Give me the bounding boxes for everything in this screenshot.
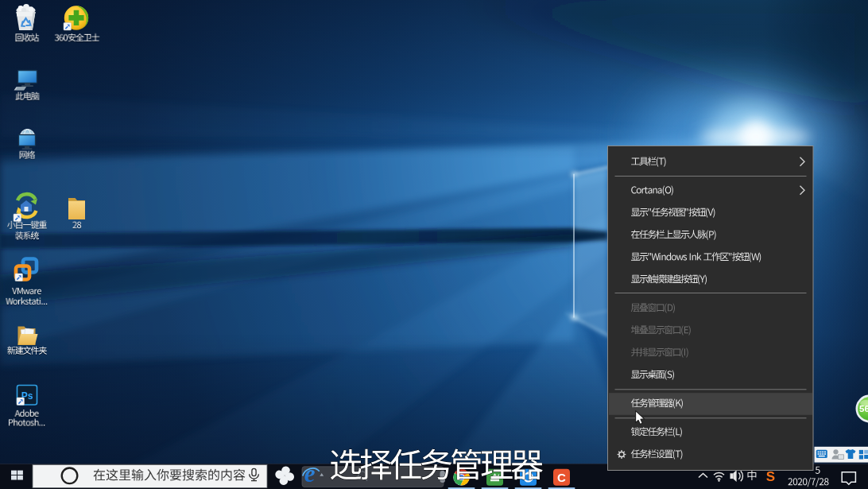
svg-text:S: S — [766, 469, 775, 484]
svg-text:e: e — [304, 460, 316, 487]
svg-text:56: 56 — [859, 404, 868, 413]
svg-text:C: C — [557, 471, 566, 484]
